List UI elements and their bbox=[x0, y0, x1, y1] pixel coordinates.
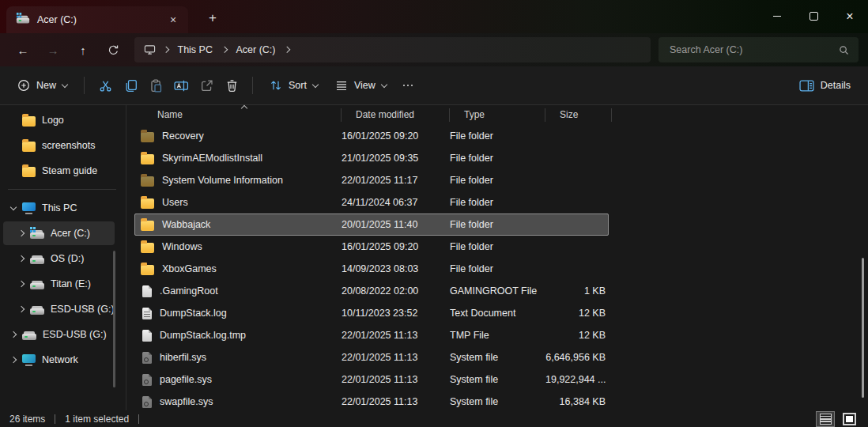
chevron-right-icon[interactable] bbox=[18, 281, 25, 287]
refresh-button[interactable] bbox=[100, 38, 126, 62]
up-button[interactable]: ↑ bbox=[70, 38, 96, 62]
file-row-hiberfil-sys[interactable]: hiberfil.sys22/01/2025 11:13System file6… bbox=[134, 346, 609, 368]
sidebar-item-this-pc[interactable]: This PC bbox=[3, 196, 115, 220]
file-name-cell: DumpStack.log.tmp bbox=[134, 330, 342, 342]
tab-close-icon[interactable]: × bbox=[164, 11, 182, 28]
column-header-size[interactable]: Size bbox=[545, 108, 612, 122]
paste-button[interactable] bbox=[144, 72, 168, 99]
view-button[interactable]: View bbox=[327, 72, 394, 99]
sidebar-item-network[interactable]: Network bbox=[3, 348, 115, 372]
file-name: XboxGames bbox=[162, 263, 217, 274]
window-controls: × bbox=[759, 0, 868, 32]
date-modified: 10/11/2023 23:52 bbox=[342, 308, 450, 319]
date-modified: 20/08/2022 02:00 bbox=[342, 285, 450, 297]
folder-icon bbox=[141, 243, 154, 253]
file-row-wabbajack[interactable]: Wabbajack20/01/2025 11:40File folder bbox=[134, 214, 609, 236]
navigation-bar: ← → ↑ This PCAcer (C:) bbox=[0, 33, 868, 66]
breadcrumb-chevron-icon bbox=[221, 47, 228, 53]
share-button[interactable] bbox=[194, 72, 218, 99]
file-row-pagefile-sys[interactable]: pagefile.sys22/01/2025 11:13System file1… bbox=[134, 368, 609, 391]
sidebar-item-label: Steam guide bbox=[42, 165, 97, 176]
tab-acer-c[interactable]: Acer (C:) × bbox=[6, 6, 188, 33]
file-row-skyrimaemodlistinstall[interactable]: SkyrimAEModlistInstall21/01/2025 09:35Fi… bbox=[134, 147, 609, 169]
file-row-dumpstack-log[interactable]: DumpStack.log10/11/2023 23:52Text Docume… bbox=[134, 302, 609, 324]
breadcrumb: This PCAcer (C:) bbox=[134, 37, 651, 62]
sidebar-item-label: Acer (C:) bbox=[51, 228, 90, 239]
cut-icon bbox=[99, 79, 112, 93]
sort-button[interactable]: Sort bbox=[262, 72, 326, 99]
toolbar-separator bbox=[84, 77, 85, 94]
sidebar-item-os-d[interactable]: OS (D:) bbox=[3, 247, 115, 270]
chevron-right-icon[interactable] bbox=[18, 306, 25, 312]
new-plus-icon bbox=[17, 79, 30, 92]
chevron-down-icon[interactable] bbox=[10, 203, 17, 210]
file-row-swapfile-sys[interactable]: swapfile.sys22/01/2025 11:13System file1… bbox=[134, 391, 609, 410]
column-header-name[interactable]: Name bbox=[134, 108, 342, 122]
sidebar-item-screenshots[interactable]: screenshots bbox=[3, 134, 115, 157]
chevron-slot bbox=[11, 357, 16, 362]
file-size: 16,384 KB bbox=[545, 396, 612, 407]
more-options-button[interactable] bbox=[396, 72, 420, 99]
file-row-windows[interactable]: Windows16/01/2025 09:20File folder bbox=[134, 236, 609, 258]
sidebar-item-acer-c[interactable]: Acer (C:) bbox=[3, 221, 115, 245]
details-pane-button[interactable]: Details bbox=[791, 72, 859, 99]
status-divider bbox=[138, 414, 139, 424]
search-icon bbox=[839, 45, 849, 55]
file-row-xboxgames[interactable]: XboxGames14/09/2023 08:03File folder bbox=[134, 258, 609, 280]
column-header-date-modified[interactable]: Date modified bbox=[342, 108, 450, 122]
details-view-button[interactable] bbox=[816, 411, 835, 427]
view-toggle-group bbox=[816, 411, 859, 427]
breadcrumb-item-this-pc[interactable]: This PC bbox=[176, 43, 214, 57]
file-row-recovery[interactable]: Recovery16/01/2025 09:20File folder bbox=[134, 125, 609, 147]
file-name: SkyrimAEModlistInstall bbox=[162, 153, 262, 164]
file-name-cell: Recovery bbox=[134, 130, 342, 142]
new-button[interactable]: New bbox=[9, 72, 75, 99]
details-view-icon bbox=[820, 414, 832, 425]
sidebar-scrollbar[interactable] bbox=[113, 251, 115, 387]
sidebar-item-logo[interactable]: Logo bbox=[3, 108, 115, 132]
sidebar-item-label: Titan (E:) bbox=[51, 278, 91, 289]
chevron-down-icon bbox=[312, 81, 319, 87]
close-button[interactable]: × bbox=[832, 0, 868, 32]
file-type: File folder bbox=[450, 130, 545, 142]
file-row-dumpstack-log-tmp[interactable]: DumpStack.log.tmp22/01/2025 11:13TMP Fil… bbox=[134, 324, 609, 346]
minimize-icon bbox=[773, 16, 781, 17]
chevron-right-icon[interactable] bbox=[18, 230, 25, 236]
cut-button[interactable] bbox=[93, 72, 117, 99]
sidebar-item-titan-e[interactable]: Titan (E:) bbox=[3, 272, 115, 296]
chevron-right-icon[interactable] bbox=[10, 331, 17, 338]
breadcrumb-item-acer-c[interactable]: Acer (C:) bbox=[234, 43, 277, 57]
file-size: 19,922,944 ... bbox=[545, 374, 612, 385]
breadcrumb-chevron-icon bbox=[163, 47, 169, 53]
file-list-scrollbar[interactable] bbox=[862, 258, 864, 398]
maximize-icon bbox=[810, 12, 818, 21]
file-name: pagefile.sys bbox=[160, 374, 212, 385]
date-modified: 22/01/2025 11:13 bbox=[342, 352, 450, 363]
chevron-right-icon[interactable] bbox=[10, 357, 17, 363]
large-icons-view-button[interactable] bbox=[840, 411, 859, 427]
file-list-pane: NameDate modifiedTypeSize Recovery16/01/… bbox=[126, 105, 868, 410]
file-type: GAMINGROOT File bbox=[450, 285, 545, 297]
sidebar-item-steam-guide[interactable]: Steam guide bbox=[3, 159, 115, 183]
rename-button[interactable] bbox=[169, 72, 193, 99]
file-row-users[interactable]: Users24/11/2024 06:37File folder bbox=[134, 191, 609, 214]
file-row-gamingroot[interactable]: .GamingRoot20/08/2022 02:00GAMINGROOT Fi… bbox=[134, 280, 609, 302]
folder-icon bbox=[22, 142, 36, 152]
date-modified: 22/01/2025 11:17 bbox=[342, 175, 450, 186]
copy-button[interactable] bbox=[119, 72, 142, 99]
new-tab-button[interactable]: + bbox=[201, 6, 225, 30]
date-modified: 20/01/2025 11:40 bbox=[342, 219, 450, 230]
sidebar-item-esd-usb-g[interactable]: ESD-USB (G:) bbox=[3, 323, 115, 346]
chevron-right-icon[interactable] bbox=[18, 255, 25, 262]
column-header-type[interactable]: Type bbox=[450, 108, 545, 122]
file-icon bbox=[142, 285, 152, 297]
share-icon bbox=[200, 79, 213, 93]
back-button[interactable]: ← bbox=[9, 38, 36, 62]
minimize-button[interactable] bbox=[759, 0, 795, 32]
sidebar-item-esd-usb-g[interactable]: ESD-USB (G:) bbox=[3, 297, 115, 321]
forward-button[interactable]: → bbox=[40, 38, 66, 62]
file-row-system-volume-information[interactable]: System Volume Information22/01/2025 11:1… bbox=[134, 169, 609, 191]
maximize-button[interactable] bbox=[795, 0, 832, 32]
search-input[interactable] bbox=[668, 43, 839, 56]
delete-button[interactable] bbox=[220, 72, 243, 99]
